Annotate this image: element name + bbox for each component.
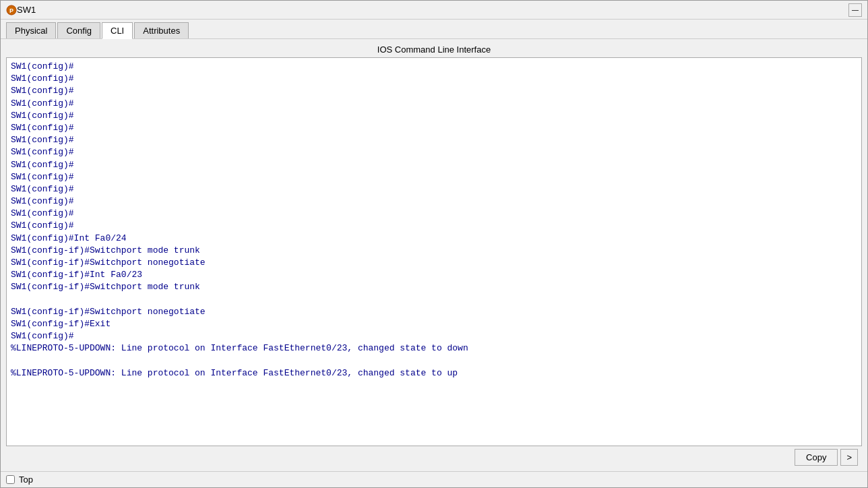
terminal-line: SW1(config)# bbox=[11, 134, 857, 146]
tab-config[interactable]: Config bbox=[57, 22, 100, 38]
bottom-bar: Copy > bbox=[6, 446, 862, 468]
terminal-line: SW1(config)# bbox=[11, 159, 857, 171]
terminal-line: SW1(config-if)#Int Fa0/23 bbox=[11, 269, 857, 281]
content-area: IOS Command Line Interface SW1(config)# … bbox=[1, 39, 867, 471]
terminal-output[interactable]: SW1(config)# SW1(config)# SW1(config)# S… bbox=[6, 57, 862, 446]
window-controls: — bbox=[848, 3, 862, 17]
terminal-line: SW1(config)# bbox=[11, 208, 857, 220]
terminal-line: SW1(config)#Int Fa0/24 bbox=[11, 233, 857, 245]
tab-attributes[interactable]: Attributes bbox=[134, 22, 189, 38]
terminal-line: %LINEPROTO-5-UPDOWN: Line protocol on In… bbox=[11, 342, 857, 355]
tab-cli[interactable]: CLI bbox=[102, 22, 133, 39]
terminal-line: SW1(config)# bbox=[11, 110, 857, 122]
terminal-line: %LINEPROTO-5-UPDOWN: Line protocol on In… bbox=[11, 367, 857, 379]
terminal-line: SW1(config)# bbox=[11, 330, 857, 342]
terminal-line: SW1(config-if)#Exit bbox=[11, 318, 857, 330]
terminal-line: SW1(config)# bbox=[11, 171, 857, 183]
title-bar: P SW1 — bbox=[1, 1, 867, 20]
top-checkbox[interactable] bbox=[6, 475, 15, 484]
window-title: SW1 bbox=[17, 5, 848, 15]
svg-text:P: P bbox=[9, 7, 13, 14]
top-label: Top bbox=[19, 475, 33, 485]
terminal-line: SW1(config)# bbox=[11, 98, 857, 110]
terminal-line: SW1(config)# bbox=[11, 183, 857, 195]
terminal-line: SW1(config)# bbox=[11, 85, 857, 97]
minimize-button[interactable]: — bbox=[848, 3, 862, 17]
main-window: P SW1 — Physical Config CLI Attributes I… bbox=[0, 0, 868, 488]
terminal-line: SW1(config)# bbox=[11, 146, 857, 158]
terminal-line: SW1(config-if)#Switchport nonegotiate bbox=[11, 257, 857, 269]
terminal-line: SW1(config)# bbox=[11, 73, 857, 85]
terminal-line: SW1(config)# bbox=[11, 61, 857, 73]
terminal-line bbox=[11, 355, 857, 367]
tab-physical[interactable]: Physical bbox=[6, 22, 56, 38]
copy-button[interactable]: Copy bbox=[795, 449, 838, 466]
tab-bar: Physical Config CLI Attributes bbox=[1, 20, 867, 39]
terminal-line: SW1(config)# bbox=[11, 122, 857, 134]
terminal-line: SW1(config-if)#Switchport mode trunk bbox=[11, 245, 857, 257]
cli-header: IOS Command Line Interface bbox=[6, 42, 862, 57]
terminal-line bbox=[11, 294, 857, 306]
terminal-line: SW1(config-if)#Switchport mode trunk bbox=[11, 281, 857, 293]
terminal-line: SW1(config)# bbox=[11, 195, 857, 208]
app-icon: P bbox=[6, 5, 17, 16]
footer: Top bbox=[1, 471, 867, 487]
terminal-line: SW1(config-if)#Switchport nonegotiate bbox=[11, 306, 857, 318]
extra-button[interactable]: > bbox=[840, 449, 858, 466]
terminal-line: SW1(config)# bbox=[11, 220, 857, 232]
